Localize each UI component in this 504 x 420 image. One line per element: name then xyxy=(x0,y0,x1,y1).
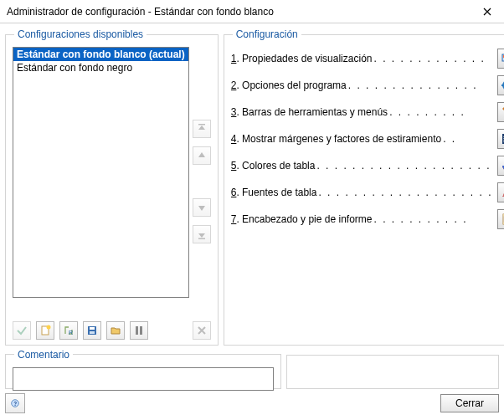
program-options-icon xyxy=(501,79,504,92)
config-option-link[interactable]: 6. Fuentes de tabla . . . . . . . . . . … xyxy=(231,187,493,198)
comment-panel: Comentario xyxy=(5,349,281,389)
program-options-button[interactable] xyxy=(497,75,504,95)
rename-icon: R xyxy=(63,325,75,336)
help-button[interactable]: ? xyxy=(5,393,25,413)
svg-point-3 xyxy=(47,325,51,329)
config-option-row: 1. Propiedades de visualización . . . . … xyxy=(231,49,504,69)
table-fonts-button[interactable]: AA xyxy=(497,182,504,202)
config-option-link[interactable]: 3. Barras de herramientas y menús . . . … xyxy=(231,106,493,118)
list-item[interactable]: Estándar con fondo blanco (actual) xyxy=(13,48,188,61)
window-title: Administrador de configuración - Estánda… xyxy=(7,6,471,18)
footer-bar: ? Cerrar xyxy=(5,392,499,415)
config-option-row: 6. Fuentes de tabla . . . . . . . . . . … xyxy=(231,182,504,202)
configuration-panel: Configuración 1. Propiedades de visualiz… xyxy=(224,28,504,346)
svg-rect-1 xyxy=(198,238,205,239)
svg-text:?: ? xyxy=(13,401,17,407)
display-properties-icon xyxy=(501,52,504,65)
comment-legend: Comentario xyxy=(14,349,73,361)
svg-text:R: R xyxy=(69,330,73,335)
toolbars-menus-icon xyxy=(501,105,504,119)
settings-button[interactable] xyxy=(130,321,148,340)
floppy-icon xyxy=(86,325,98,336)
table-colors-icon xyxy=(501,159,504,172)
table-colors-button[interactable] xyxy=(497,156,504,176)
preview-box xyxy=(286,355,499,389)
config-option-row: 5. Colores de tabla . . . . . . . . . . … xyxy=(231,156,504,176)
delete-x-icon xyxy=(196,325,208,336)
check-icon xyxy=(16,325,28,336)
config-listbox[interactable]: Estándar con fondo blanco (actual) Están… xyxy=(13,47,189,298)
available-configs-legend: Configuraciones disponibles xyxy=(14,28,147,40)
delete-button[interactable] xyxy=(193,321,211,340)
move-top-button[interactable] xyxy=(193,120,211,138)
comment-textarea[interactable] xyxy=(13,367,274,391)
header-footer-button[interactable] xyxy=(497,209,504,229)
display-properties-button[interactable] xyxy=(497,49,504,69)
config-option-link[interactable]: 7. Encabezado y pie de informe . . . . .… xyxy=(231,213,493,225)
config-option-link[interactable]: 5. Colores de tabla . . . . . . . . . . … xyxy=(231,160,493,172)
move-up-button[interactable] xyxy=(193,146,211,165)
folder-open-icon xyxy=(110,325,121,336)
margins-stretch-icon xyxy=(501,132,504,146)
available-configs-panel: Configuraciones disponibles Estándar con… xyxy=(5,28,219,346)
new-file-icon xyxy=(39,325,51,336)
config-options-list: 1. Propiedades de visualización . . . . … xyxy=(231,49,504,229)
save-button[interactable] xyxy=(83,321,101,340)
config-option-row: 2. Opciones del programa . . . . . . . .… xyxy=(231,75,504,95)
svg-rect-8 xyxy=(136,326,138,335)
toolbars-menus-button[interactable] xyxy=(497,102,504,122)
settings-icon xyxy=(133,325,145,336)
move-bottom-button[interactable] xyxy=(193,225,211,243)
close-button[interactable]: Cerrar xyxy=(440,394,499,412)
margins-stretch-button[interactable] xyxy=(497,129,504,149)
config-option-link[interactable]: 2. Opciones del programa . . . . . . . .… xyxy=(231,79,493,91)
open-button[interactable] xyxy=(106,321,125,340)
help-icon: ? xyxy=(11,397,19,409)
svg-rect-0 xyxy=(198,124,205,125)
header-footer-icon xyxy=(501,213,504,226)
title-bar: Administrador de configuración - Estánda… xyxy=(0,0,504,23)
config-option-link[interactable]: 4. Mostrar márgenes y factores de estira… xyxy=(231,133,493,145)
svg-rect-9 xyxy=(140,326,142,335)
reorder-buttons xyxy=(193,47,211,316)
new-config-button[interactable] xyxy=(36,321,54,340)
config-option-link[interactable]: 1. Propiedades de visualización . . . . … xyxy=(231,53,493,64)
config-option-row: 3. Barras de herramientas y menús . . . … xyxy=(231,102,504,122)
svg-rect-6 xyxy=(90,327,95,330)
close-window-button[interactable] xyxy=(471,0,504,23)
rename-button[interactable]: R xyxy=(59,321,78,340)
move-down-button[interactable] xyxy=(193,198,211,217)
svg-rect-7 xyxy=(90,331,95,334)
config-toolbar: R xyxy=(13,321,211,340)
list-item[interactable]: Estándar con fondo negro xyxy=(13,61,188,74)
apply-button[interactable] xyxy=(13,321,31,340)
configuration-legend: Configuración xyxy=(233,28,301,40)
config-option-row: 7. Encabezado y pie de informe . . . . .… xyxy=(231,209,504,229)
config-option-row: 4. Mostrar márgenes y factores de estira… xyxy=(231,129,504,149)
table-fonts-icon: AA xyxy=(501,186,504,199)
